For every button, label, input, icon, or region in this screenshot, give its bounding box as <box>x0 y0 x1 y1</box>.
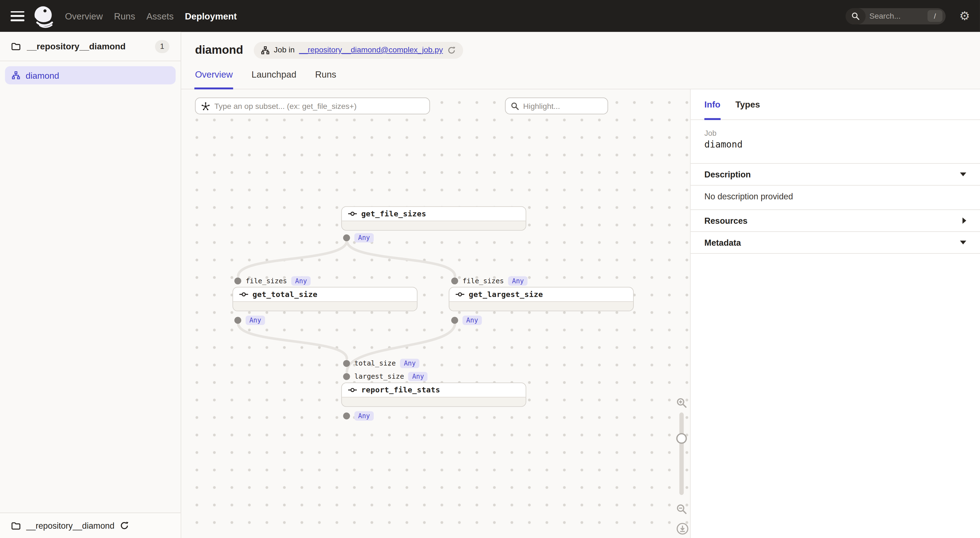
op-icon <box>348 387 357 392</box>
type-badge[interactable]: Any <box>354 411 374 421</box>
job-tabs: Overview Launchpad Runs <box>195 60 980 89</box>
main-area: diamond Job in __repository__diamond@com… <box>181 32 980 538</box>
input-port-row: file_sizes Any <box>234 276 311 285</box>
op-node-get_file_sizes[interactable]: get_file_sizes <box>341 206 526 231</box>
op-node-label: get_file_sizes <box>361 210 426 218</box>
output-port-row: Any <box>234 316 265 325</box>
output-port[interactable] <box>451 317 458 324</box>
input-port-label: largest_size <box>354 372 404 380</box>
info-panel-tabs: Info Types <box>691 89 980 120</box>
dag-edges <box>181 89 690 538</box>
op-node-body <box>342 221 526 230</box>
op-node-body <box>449 301 633 311</box>
dagster-app: Overview Runs Assets Deployment / ⚙ <box>0 0 980 538</box>
sidebar-item-label: diamond <box>25 70 59 80</box>
tab-launchpad[interactable]: Launchpad <box>251 60 296 89</box>
divider <box>691 253 980 254</box>
repo-header[interactable]: __repository__diamond 1 <box>0 32 181 60</box>
sidebar: __repository__diamond 1 diamond __reposi… <box>0 32 181 538</box>
job-icon <box>12 71 20 80</box>
type-badge[interactable]: Any <box>463 316 482 325</box>
repo-footer-name: __repository__diamond <box>26 521 115 530</box>
op-node-body <box>342 397 526 406</box>
type-badge[interactable]: Any <box>508 276 528 285</box>
search-input[interactable] <box>865 11 928 20</box>
output-port[interactable] <box>343 412 350 419</box>
global-search[interactable]: / <box>846 8 946 24</box>
nav-item-overview[interactable]: Overview <box>65 11 103 21</box>
input-port-row: largest_size Any <box>343 372 428 381</box>
search-icon <box>511 102 519 110</box>
job-icon <box>261 46 270 54</box>
output-port[interactable] <box>343 234 350 241</box>
op-node-label: get_largest_size <box>469 290 543 299</box>
job-breadcrumb-prefix: Job in <box>274 46 295 54</box>
job-breadcrumb: Job in __repository__diamond@complex_job… <box>254 42 463 59</box>
search-shortcut-badge: / <box>928 10 942 22</box>
input-port[interactable] <box>343 360 350 367</box>
section-resources[interactable]: Resources <box>691 210 980 231</box>
op-node-body <box>233 301 417 311</box>
sidebar-item-diamond[interactable]: diamond <box>5 66 175 84</box>
input-port-label: total_size <box>354 360 396 368</box>
search-icon <box>846 8 865 24</box>
zoom-in-icon[interactable] <box>676 398 687 409</box>
section-metadata[interactable]: Metadata <box>691 231 980 253</box>
zoom-slider-track[interactable] <box>679 412 684 495</box>
highlight-input[interactable] <box>523 102 603 110</box>
folder-icon <box>11 42 21 51</box>
description-empty-text: No description provided <box>691 185 980 210</box>
type-badge[interactable]: Any <box>354 233 374 242</box>
op-subset-filter[interactable] <box>195 98 430 115</box>
op-node-report_file_stats[interactable]: report_file_stats <box>341 382 526 407</box>
repo-count-badge: 1 <box>155 40 169 53</box>
gear-icon[interactable]: ⚙ <box>959 10 970 22</box>
highlight-filter[interactable] <box>505 98 608 115</box>
op-node-get_total_size[interactable]: get_total_size <box>232 287 418 311</box>
input-port[interactable] <box>343 373 350 380</box>
download-image-icon[interactable] <box>676 522 689 535</box>
reload-icon[interactable] <box>447 46 455 54</box>
info-panel: Info Types Job diamond Description No de… <box>690 89 980 538</box>
section-metadata-title: Metadata <box>705 238 741 247</box>
dagster-logo-icon[interactable] <box>32 4 54 28</box>
divider <box>0 60 181 61</box>
zoom-slider-handle[interactable] <box>676 433 687 444</box>
nav-item-deployment[interactable]: Deployment <box>185 11 237 21</box>
repo-footer: __repository__diamond <box>0 513 181 538</box>
chevron-down-icon <box>960 241 966 245</box>
zoom-out-icon[interactable] <box>676 504 687 515</box>
job-header: diamond Job in __repository__diamond@com… <box>181 32 980 89</box>
tab-info[interactable]: Info <box>705 89 720 119</box>
op-subset-input[interactable] <box>215 102 424 110</box>
type-badge[interactable]: Any <box>246 316 265 325</box>
input-port[interactable] <box>234 277 241 284</box>
job-file-link[interactable]: __repository__diamond@complex_job.py <box>299 46 443 54</box>
hamburger-menu-icon[interactable] <box>11 11 24 21</box>
op-node-get_largest_size[interactable]: get_largest_size <box>449 287 634 311</box>
output-port[interactable] <box>234 317 241 324</box>
input-port[interactable] <box>451 277 458 284</box>
chevron-down-icon <box>960 172 966 176</box>
op-selector-icon <box>201 102 210 110</box>
output-port-row: Any <box>343 411 374 421</box>
nav-item-runs[interactable]: Runs <box>114 11 135 21</box>
nav-item-assets[interactable]: Assets <box>146 11 173 21</box>
op-icon <box>348 211 357 216</box>
type-badge[interactable]: Any <box>400 359 420 368</box>
output-port-row: Any <box>451 316 482 325</box>
output-port-row: Any <box>343 233 374 242</box>
job-value: diamond <box>705 139 966 149</box>
section-description[interactable]: Description <box>691 163 980 185</box>
type-badge[interactable]: Any <box>291 276 311 285</box>
reload-icon[interactable] <box>120 521 129 530</box>
op-graph-canvas[interactable]: get_file_sizes Any file_sizes Any <box>181 89 690 538</box>
op-icon <box>239 292 248 297</box>
type-badge[interactable]: Any <box>408 372 428 381</box>
tab-runs[interactable]: Runs <box>315 60 336 89</box>
tab-overview[interactable]: Overview <box>195 60 233 89</box>
job-label: Job <box>705 129 966 138</box>
tab-types[interactable]: Types <box>735 89 760 119</box>
repo-name: __repository__diamond <box>27 41 149 51</box>
input-port-label: file_sizes <box>246 277 287 285</box>
